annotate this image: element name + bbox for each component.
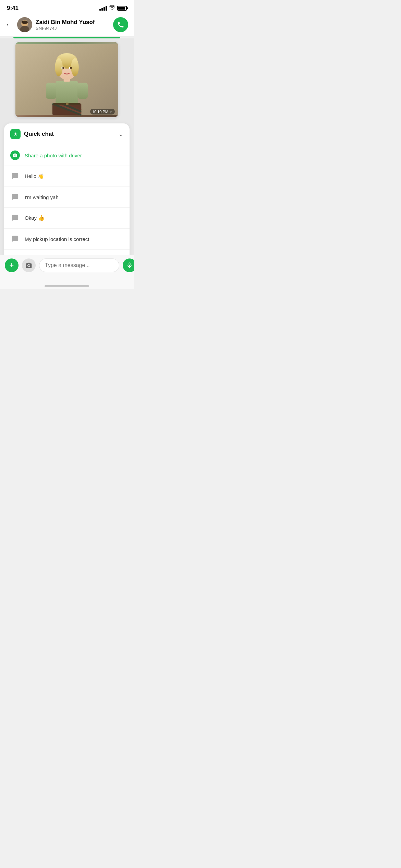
signal-icon — [99, 6, 107, 11]
check-mark: ✓ — [110, 109, 113, 114]
chat-icon-4 — [10, 234, 20, 244]
svg-point-19 — [71, 58, 79, 76]
svg-rect-9 — [77, 83, 88, 99]
message-input[interactable] — [39, 258, 119, 272]
chat-icon-2 — [10, 192, 20, 202]
add-button[interactable]: + — [5, 258, 19, 272]
home-indicator — [0, 282, 134, 289]
status-icons — [99, 5, 127, 11]
driver-name: Zaidi Bin Mohd Yusof — [36, 19, 110, 26]
home-indicator-bar — [45, 285, 89, 287]
chat-icon-1 — [10, 171, 20, 181]
camera-button[interactable] — [22, 258, 36, 272]
chat-header: ← Zaidi Bin Mohd Yusof SNF9474J — [0, 14, 134, 37]
svg-point-18 — [55, 58, 63, 76]
pickup-label: My pickup location is correct — [25, 236, 89, 242]
photo-timestamp: 10:10 PM ✓ — [90, 109, 115, 114]
quick-chat-title-row: ★ Quick chat — [10, 129, 54, 139]
svg-rect-8 — [46, 83, 56, 99]
quick-chat-header: ★ Quick chat ⌄ — [4, 123, 130, 145]
svg-rect-7 — [56, 81, 78, 105]
waiting-label: I'm waiting yah — [25, 194, 59, 200]
quick-chat-panel: ★ Quick chat ⌄ Share a photo with driver — [4, 123, 130, 255]
microphone-button[interactable] — [123, 258, 134, 272]
quick-chat-item-okay[interactable]: Okay 👍 — [4, 208, 130, 229]
camera-icon — [10, 150, 20, 160]
svg-point-4 — [22, 21, 28, 24]
quick-chat-item-hello[interactable]: Hello 👋 — [4, 166, 130, 187]
driver-id: SNF9474J — [36, 26, 110, 31]
quick-chat-collapse-button[interactable]: ⌄ — [118, 130, 123, 138]
quick-chat-item-waiting[interactable]: I'm waiting yah — [4, 187, 130, 208]
status-time: 9:41 — [7, 5, 19, 12]
wifi-icon — [109, 5, 115, 11]
quick-chat-item-pickup[interactable]: My pickup location is correct — [4, 229, 130, 250]
back-button[interactable]: ← — [5, 20, 13, 29]
chat-icon-3 — [10, 213, 20, 223]
driver-avatar — [17, 17, 32, 32]
battery-icon — [117, 6, 127, 11]
driver-info: Zaidi Bin Mohd Yusof SNF9474J — [36, 19, 110, 31]
quick-chat-star-icon: ★ — [10, 129, 21, 139]
bottom-bar: + — [0, 255, 134, 282]
hello-label: Hello 👋 — [25, 173, 44, 179]
photo-content: 10:10 PM ✓ — [15, 42, 118, 117]
quick-chat-item-share-photo[interactable]: Share a photo with driver — [4, 145, 130, 166]
svg-point-22 — [62, 67, 64, 69]
quick-chat-item-where[interactable]: Where are you? — [4, 250, 130, 255]
share-photo-label: Share a photo with driver — [25, 153, 82, 158]
okay-label: Okay 👍 — [25, 215, 45, 221]
call-button[interactable] — [113, 17, 128, 32]
photo-message: 10:10 PM ✓ — [15, 42, 118, 117]
svg-rect-25 — [66, 103, 69, 105]
status-bar: 9:41 — [0, 0, 134, 14]
quick-chat-title: Quick chat — [24, 131, 54, 137]
svg-point-23 — [70, 67, 72, 69]
chat-area: 10:10 PM ✓ ★ Quick chat ⌄ — [0, 38, 134, 255]
